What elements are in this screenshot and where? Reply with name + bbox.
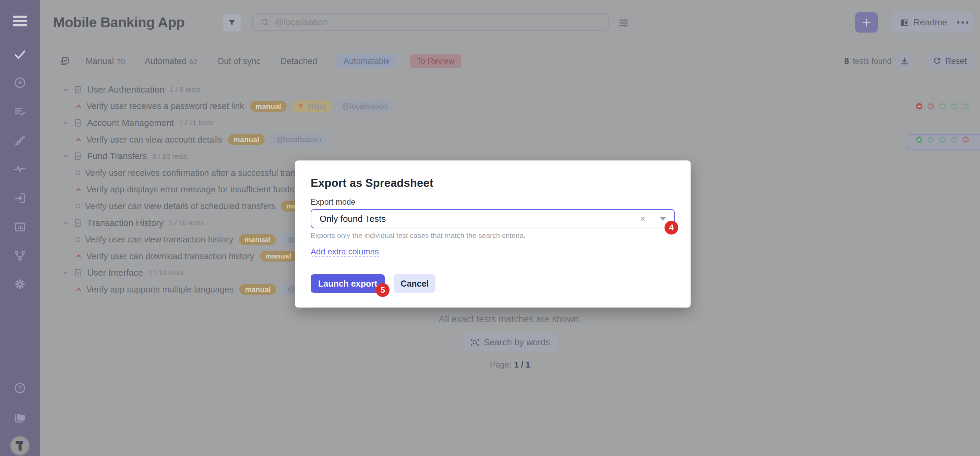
filter-detached[interactable]: Detached bbox=[280, 56, 317, 66]
severity-badge[interactable]: Major bbox=[293, 100, 331, 112]
chevron-down-icon[interactable] bbox=[62, 270, 69, 276]
manual-badge[interactable]: manual bbox=[239, 284, 276, 295]
chevron-down-icon[interactable] bbox=[62, 86, 69, 93]
refresh-icon bbox=[933, 57, 942, 65]
manual-badge[interactable]: manual bbox=[260, 251, 297, 262]
export-mode-helper: Exports only the individual test cases t… bbox=[311, 231, 675, 240]
priority-high-icon bbox=[75, 253, 82, 259]
step-badge-5: 5 bbox=[376, 283, 390, 297]
sidebar-item-projects[interactable] bbox=[13, 410, 27, 424]
test-name[interactable]: Verify user receives a password reset li… bbox=[86, 101, 244, 111]
play-circle-icon bbox=[13, 76, 26, 89]
filter-out-of-sync[interactable]: Out of sync bbox=[217, 56, 261, 66]
sidebar-item-settings[interactable] bbox=[13, 278, 26, 291]
download-button[interactable] bbox=[896, 54, 912, 68]
filter-automated[interactable]: Automated 62 bbox=[145, 56, 197, 66]
export-mode-select[interactable]: Only found Tests × 4 bbox=[311, 209, 675, 228]
run-dot-failed[interactable] bbox=[928, 103, 934, 110]
run-dot-passed[interactable] bbox=[939, 103, 946, 110]
search-settings-button[interactable] bbox=[618, 17, 630, 29]
suite-name[interactable]: Fund Transfers bbox=[87, 151, 147, 162]
add-extra-columns-link[interactable]: Add extra columns bbox=[311, 247, 379, 257]
sign-in-icon bbox=[13, 192, 26, 205]
filter-to-review[interactable]: To Review bbox=[410, 54, 461, 68]
list-check-icon bbox=[13, 105, 26, 118]
plus-icon bbox=[861, 17, 872, 28]
chevron-down-icon[interactable] bbox=[62, 220, 69, 226]
clear-icon[interactable]: × bbox=[640, 214, 645, 224]
test-name[interactable]: Verify app displays error message for in… bbox=[86, 184, 294, 194]
account-avatar[interactable] bbox=[9, 435, 31, 456]
priority-normal-icon bbox=[75, 170, 81, 176]
reset-button[interactable]: Reset bbox=[926, 54, 973, 68]
run-dot-failed[interactable] bbox=[963, 137, 969, 143]
priority-high-icon bbox=[75, 186, 82, 193]
manual-badge[interactable]: manual bbox=[228, 134, 265, 145]
test-name[interactable]: Verify user can download transaction his… bbox=[86, 251, 254, 261]
sidebar-item-activity[interactable] bbox=[13, 162, 26, 175]
more-options-button[interactable] bbox=[952, 12, 973, 33]
test-name[interactable]: Verify user can view details of schedule… bbox=[85, 201, 275, 211]
chevron-down-icon[interactable] bbox=[62, 153, 69, 159]
filter-button[interactable] bbox=[223, 14, 241, 32]
run-dot-passed[interactable] bbox=[939, 137, 946, 143]
suite-name[interactable]: User Authentication bbox=[87, 84, 164, 95]
add-button[interactable] bbox=[855, 12, 878, 33]
readme-button[interactable]: Readme bbox=[892, 12, 955, 33]
sidebar-item-steps[interactable] bbox=[13, 134, 26, 147]
filter-automatable[interactable]: Automatable bbox=[337, 54, 396, 68]
dots-icon bbox=[957, 21, 959, 24]
run-dot-passed[interactable] bbox=[963, 103, 969, 110]
run-dot-passed[interactable] bbox=[928, 137, 934, 143]
launch-export-button[interactable]: Launch export 5 bbox=[311, 274, 385, 293]
suite-row[interactable]: User Authentication 1 / 9 tests bbox=[62, 81, 969, 98]
suite-count: 2 / 10 tests bbox=[169, 219, 204, 227]
search-input[interactable]: @localisation bbox=[252, 13, 609, 31]
test-name[interactable]: Verify user can view transaction history bbox=[85, 235, 233, 245]
sidebar-item-tests[interactable] bbox=[13, 48, 26, 61]
run-dot-failed[interactable] bbox=[916, 103, 923, 110]
chevron-down-icon[interactable] bbox=[62, 120, 69, 126]
tag-chip[interactable]: @localisation bbox=[337, 100, 393, 113]
cancel-button[interactable]: Cancel bbox=[394, 274, 436, 293]
test-row[interactable]: Verify user receives a password reset li… bbox=[62, 98, 969, 115]
suite-name[interactable]: User Interface bbox=[87, 267, 143, 278]
test-name[interactable]: Verify user receives confirmation after … bbox=[85, 168, 309, 178]
dropdown-caret-icon[interactable] bbox=[660, 217, 666, 221]
filter-manual[interactable]: Manual 70 bbox=[86, 56, 125, 66]
suite-count: 3 / 10 tests bbox=[152, 152, 188, 160]
run-dot-passed[interactable] bbox=[951, 137, 958, 143]
batch-select-icon[interactable] bbox=[59, 56, 70, 67]
priority-normal-icon bbox=[75, 237, 81, 242]
suite-doc-icon bbox=[73, 151, 82, 161]
suite-row[interactable]: Account Management 1 / 11 tests bbox=[62, 114, 969, 131]
sidebar-item-branches[interactable] bbox=[13, 249, 26, 262]
menu-hamburger-icon[interactable] bbox=[13, 16, 27, 26]
results-toolbar: 8 tests found Reset bbox=[844, 53, 973, 69]
manual-badge[interactable]: manual bbox=[250, 101, 287, 112]
sidebar-item-plans[interactable] bbox=[13, 105, 26, 118]
suite-count: 1 / 10 tests bbox=[148, 269, 183, 277]
manual-badge[interactable]: manual bbox=[239, 234, 276, 245]
tag-chip[interactable]: @localisation bbox=[270, 133, 326, 146]
run-dot-passed[interactable] bbox=[916, 137, 923, 143]
export-mode-label: Export mode bbox=[311, 197, 675, 207]
run-dot-passed[interactable] bbox=[951, 103, 958, 110]
run-history-dots bbox=[916, 137, 969, 143]
sidebar-item-analytics[interactable] bbox=[13, 221, 26, 234]
modal-title: Export as Spreadsheet bbox=[311, 176, 675, 190]
suite-name[interactable]: Transaction History bbox=[87, 218, 164, 228]
test-name[interactable]: Verify app supports multiple languages bbox=[86, 284, 234, 294]
sidebar-item-runs[interactable] bbox=[13, 76, 26, 89]
suite-count: 1 / 9 tests bbox=[169, 85, 200, 94]
gear-icon bbox=[13, 278, 26, 291]
suite-name[interactable]: Account Management bbox=[87, 118, 174, 128]
sidebar-item-import[interactable] bbox=[13, 192, 26, 205]
flame-icon bbox=[297, 103, 304, 110]
priority-high-icon bbox=[75, 103, 82, 110]
pulse-icon bbox=[13, 162, 26, 175]
test-row[interactable]: Verify user can view account details man… bbox=[62, 131, 969, 148]
sidebar-item-help[interactable]: ? bbox=[13, 381, 26, 395]
search-by-words-button[interactable]: Search by words bbox=[463, 333, 558, 351]
test-name[interactable]: Verify user can view account details bbox=[86, 135, 222, 145]
